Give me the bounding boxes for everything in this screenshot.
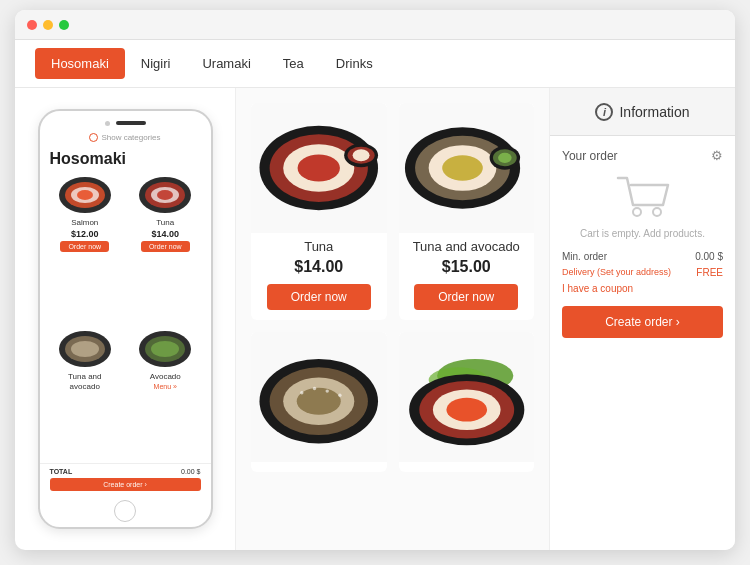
order-btn-tuna[interactable]: Order now [267, 284, 371, 310]
phone-product-name-salmon: Salmon [71, 218, 98, 228]
nav-bar: Hosomaki Nigiri Uramaki Tea Drinks [15, 40, 735, 88]
svg-point-34 [326, 389, 329, 392]
phone-total-amount: 0.00 $ [181, 468, 200, 475]
show-categories-row[interactable]: Show categories [40, 129, 211, 146]
phone-bottom-home [40, 495, 211, 527]
svg-point-3 [77, 190, 93, 200]
svg-point-35 [338, 394, 341, 397]
min-order-row: Min. order 0.00 $ [562, 251, 723, 262]
product-card-tuna: Tuna $14.00 Order now [251, 103, 387, 320]
dot-yellow[interactable] [43, 20, 53, 30]
svg-point-24 [442, 155, 483, 180]
info-header: i Information [550, 88, 735, 136]
info-panel: i Information Your order ⚙ Cart is empty… [550, 88, 735, 550]
svg-point-27 [498, 153, 512, 163]
phone-product-tuna-avocado: Tuna andavocado [48, 328, 123, 463]
svg-point-43 [653, 208, 661, 216]
grid-row-2 [251, 332, 534, 472]
tab-drinks[interactable]: Drinks [320, 48, 389, 79]
delivery-label: Delivery (Set your address) [562, 267, 671, 278]
phone-product-price-tuna: $14.00 [151, 229, 179, 239]
phone-product-avocado: Avocado Menu » [128, 328, 203, 463]
product-card-price-tuna-avocado: $15.00 [399, 258, 535, 276]
phone-product-name-tuna-avocado: Tuna andavocado [68, 372, 102, 391]
product-card-tuna-avocado: Tuna and avocado $15.00 Order now [399, 103, 535, 320]
svg-point-10 [71, 341, 99, 357]
delivery-value: FREE [696, 267, 723, 278]
svg-point-17 [298, 154, 340, 181]
phone-products-grid: Salmon $12.00 Order now [40, 174, 211, 463]
your-order-row: Your order ⚙ [562, 148, 723, 163]
phone-product-salmon: Salmon $12.00 Order now [48, 174, 123, 322]
cart-svg [613, 173, 673, 223]
product-card-img-3 [251, 332, 387, 462]
delivery-row: Delivery (Set your address) FREE [562, 267, 723, 278]
phone-dot-left [105, 121, 110, 126]
product-card-price-tuna: $14.00 [251, 258, 387, 276]
product-card-name-tuna-avocado: Tuna and avocado [399, 239, 535, 254]
phone-total-row: TOTAL 0.00 $ Create order › [50, 468, 201, 491]
svg-point-13 [151, 341, 179, 357]
phone-menu-link[interactable]: Menu » [154, 383, 177, 390]
info-icon: i [595, 103, 613, 121]
phone-footer: TOTAL 0.00 $ Create order › [40, 463, 211, 495]
browser-chrome [15, 10, 735, 40]
info-body: Your order ⚙ Cart is empty. Add products… [550, 136, 735, 550]
phone-top [40, 111, 211, 129]
tab-hosomaki[interactable]: Hosomaki [35, 48, 125, 79]
gear-icon[interactable]: ⚙ [711, 148, 723, 163]
svg-point-42 [633, 208, 641, 216]
show-categories-label: Show categories [101, 133, 160, 142]
phone-product-img-salmon [56, 174, 114, 216]
tab-nigiri[interactable]: Nigiri [125, 48, 187, 79]
phone-product-price-salmon: $12.00 [71, 229, 99, 239]
svg-point-31 [297, 388, 341, 415]
dot-red[interactable] [27, 20, 37, 30]
product-card-name-tuna: Tuna [251, 239, 387, 254]
phone-order-btn-tuna[interactable]: Order now [141, 241, 190, 252]
phone-total-label: TOTAL [50, 468, 73, 475]
tab-uramaki[interactable]: Uramaki [186, 48, 266, 79]
coupon-link[interactable]: I have a coupon [562, 283, 723, 294]
svg-point-20 [353, 149, 370, 161]
phone-product-name-tuna: Tuna [156, 218, 174, 228]
phone-product-img-tuna [136, 174, 194, 216]
grid-row-1: Tuna $14.00 Order now [251, 103, 534, 320]
cart-area: Cart is empty. Add products. [562, 173, 723, 239]
tab-tea[interactable]: Tea [267, 48, 320, 79]
info-panel-title: Information [619, 104, 689, 120]
phone-category-title: Hosomaki [40, 146, 211, 174]
min-order-label: Min. order [562, 251, 607, 262]
product-card-img-4 [399, 332, 535, 462]
svg-point-32 [300, 391, 303, 394]
phone-bar [116, 121, 146, 125]
phone-product-img-tuna-avocado [56, 328, 114, 370]
svg-point-33 [313, 387, 316, 390]
sync-icon [89, 133, 98, 142]
main-content: Show categories Hosomaki [15, 88, 735, 550]
product-grid: Tuna $14.00 Order now [235, 88, 550, 550]
order-btn-tuna-avocado[interactable]: Order now [414, 284, 518, 310]
product-card-img-tuna-avocado [399, 103, 535, 233]
phone-product-name-avocado: Avocado [150, 372, 181, 382]
product-card-4 [399, 332, 535, 472]
phone-frame: Show categories Hosomaki [38, 109, 213, 529]
phone-product-img-avocado [136, 328, 194, 370]
mobile-preview: Show categories Hosomaki [15, 88, 235, 550]
browser-window: Hosomaki Nigiri Uramaki Tea Drinks Show … [15, 10, 735, 550]
phone-order-btn-salmon[interactable]: Order now [60, 241, 109, 252]
your-order-label: Your order [562, 149, 618, 163]
product-card-3 [251, 332, 387, 472]
phone-create-order-btn[interactable]: Create order › [50, 478, 201, 491]
phone-product-tuna: Tuna $14.00 Order now [128, 174, 203, 322]
svg-point-7 [157, 190, 173, 200]
create-order-button[interactable]: Create order › [562, 306, 723, 338]
home-button[interactable] [114, 500, 136, 522]
dot-green[interactable] [59, 20, 69, 30]
product-card-img-tuna [251, 103, 387, 233]
cart-empty-text: Cart is empty. Add products. [580, 228, 705, 239]
svg-point-41 [446, 398, 487, 422]
min-order-value: 0.00 $ [695, 251, 723, 262]
